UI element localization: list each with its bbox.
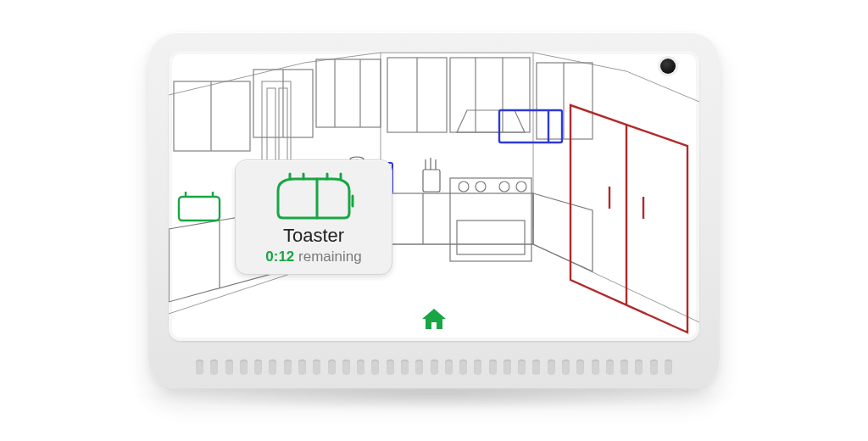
svg-line-3 — [533, 53, 626, 71]
svg-rect-44 — [179, 197, 220, 220]
svg-rect-30 — [450, 178, 531, 261]
smart-display-device: Toaster 0:12 remaining — [148, 32, 720, 388]
svg-rect-10 — [174, 81, 250, 151]
popup-timer-suffix: remaining — [298, 248, 362, 265]
speaker-grille — [196, 356, 672, 378]
hotspot-toaster — [179, 192, 220, 220]
popup-timer-value: 0:12 — [265, 248, 294, 265]
toaster-icon — [270, 170, 358, 223]
svg-point-34 — [499, 181, 509, 192]
screen[interactable]: Toaster 0:12 remaining — [169, 51, 699, 341]
svg-rect-31 — [457, 220, 525, 254]
popup-title: Toaster — [246, 225, 381, 247]
svg-rect-40 — [423, 170, 440, 192]
svg-rect-14 — [316, 59, 381, 127]
svg-rect-48 — [499, 110, 562, 142]
popup-timer: 0:12 remaining — [246, 248, 381, 265]
home-button[interactable] — [417, 304, 451, 334]
camera-icon — [660, 59, 676, 74]
svg-point-35 — [516, 181, 526, 192]
hotspot-microwave — [499, 110, 562, 142]
svg-line-0 — [169, 63, 304, 95]
home-icon — [420, 307, 448, 331]
svg-point-32 — [459, 181, 469, 192]
appliance-popup[interactable]: Toaster 0:12 remaining — [235, 159, 392, 275]
svg-rect-22 — [537, 63, 593, 139]
svg-point-33 — [476, 181, 486, 192]
svg-line-4 — [626, 71, 699, 102]
